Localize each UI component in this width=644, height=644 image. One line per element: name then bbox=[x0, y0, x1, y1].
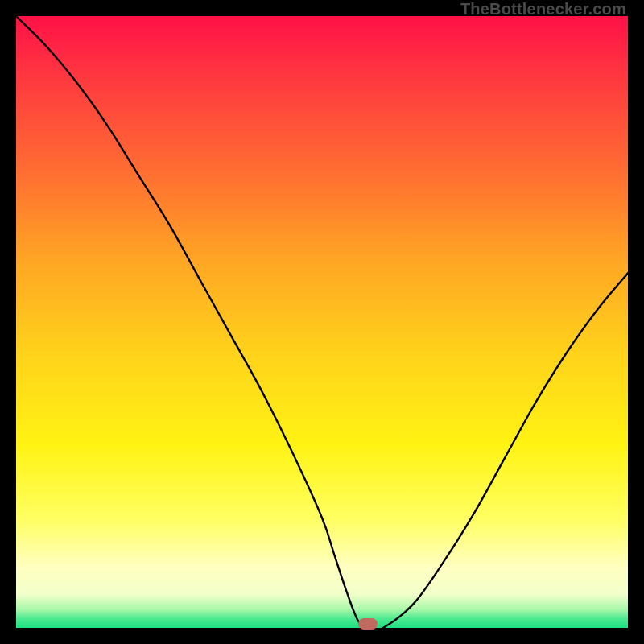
bottleneck-curve bbox=[16, 16, 628, 628]
curve-path bbox=[16, 16, 628, 630]
optimal-marker bbox=[358, 618, 378, 630]
watermark-text: TheBottlenecker.com bbox=[460, 0, 626, 19]
chart-frame: TheBottlenecker.com bbox=[0, 0, 644, 644]
